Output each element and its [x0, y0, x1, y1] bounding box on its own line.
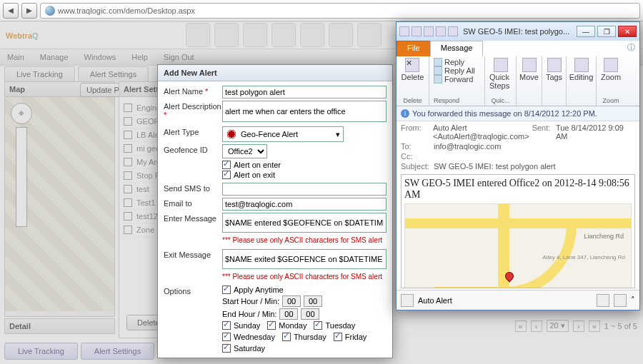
email-map: Liancheng Rd Alley 4, Lane 347, Lianchen…: [404, 203, 632, 288]
move-button[interactable]: Move: [519, 58, 539, 81]
tags-button[interactable]: Tags: [546, 58, 562, 81]
move-icon: [522, 58, 537, 72]
people-pane-btn[interactable]: [614, 294, 627, 307]
day-saturday-checkbox[interactable]: [222, 344, 231, 353]
alert-on-exit-checkbox[interactable]: [222, 171, 231, 179]
forward-icon: [434, 75, 442, 84]
delete-icon: ✕: [405, 58, 419, 72]
modal-title: Add New Alert: [158, 65, 392, 81]
tab-file[interactable]: File: [397, 41, 431, 56]
people-pane-btn[interactable]: [597, 294, 609, 307]
label-alert-desc: Alert Description: [164, 102, 221, 111]
url-text: www.traqlogic.com/demo/Desktop.aspx: [58, 6, 195, 15]
delete-button[interactable]: ✕Delete: [402, 58, 424, 81]
close-button[interactable]: ✕: [618, 26, 637, 37]
back-button[interactable]: ◄: [3, 3, 19, 19]
ascii-hint: *** Please use only ASCII characters for…: [222, 273, 387, 280]
label-enter-msg: Enter Message: [164, 213, 222, 223]
body-title: SW GEO-5 IMEI entered Office2 on 2012-8-…: [404, 178, 632, 201]
reply-icon: [434, 58, 442, 66]
label-geofence-id: Geofence ID: [164, 144, 222, 154]
day-friday-checkbox[interactable]: [334, 333, 342, 341]
geofence-id-select[interactable]: Office2: [222, 144, 267, 158]
day-sunday-checkbox[interactable]: [222, 321, 231, 330]
alert-type-select[interactable]: Geo-Fence Alert▾: [222, 126, 344, 142]
maximize-button[interactable]: ❐: [597, 26, 616, 37]
zoom-button[interactable]: Zoom: [601, 58, 621, 81]
help-icon[interactable]: ⓘ: [627, 42, 635, 53]
globe-icon: [45, 6, 55, 16]
ascii-hint: *** Please use only ASCII characters for…: [222, 236, 387, 244]
start-hour-select[interactable]: 00: [282, 295, 301, 307]
sms-input[interactable]: [222, 183, 387, 196]
day-wednesday-checkbox[interactable]: [222, 333, 231, 341]
next-icon[interactable]: [448, 26, 458, 36]
day-monday-checkbox[interactable]: [267, 321, 276, 330]
exit-message-input[interactable]: [222, 249, 387, 269]
label-sms: Send SMS to: [164, 183, 222, 193]
label-alert-name: Alert Name: [164, 87, 203, 96]
alert-name-input[interactable]: [222, 86, 387, 98]
minimize-button[interactable]: —: [577, 26, 595, 37]
alert-on-enter-checkbox[interactable]: [222, 161, 231, 169]
page-content: WebtraQ Main Manage Windows Help Sign Ou…: [0, 21, 643, 364]
chevron-down-icon: ▾: [336, 130, 340, 139]
message-body: SW GEO-5 IMEI entered Office2 on 2012-8-…: [401, 174, 635, 288]
day-thursday-checkbox[interactable]: [282, 333, 291, 341]
outlook-tabs: File Message ⓘ: [397, 41, 639, 56]
undo-icon[interactable]: [412, 26, 422, 36]
reply-all-button[interactable]: Reply All: [434, 66, 475, 75]
address-bar[interactable]: www.traqlogic.com/demo/Desktop.aspx: [40, 3, 640, 19]
day-tuesday-checkbox[interactable]: [314, 321, 322, 330]
zoom-icon: [604, 58, 618, 72]
people-pane: Auto Alert ˄: [397, 290, 639, 310]
forward-button[interactable]: ►: [21, 3, 37, 19]
label-email: Email to: [164, 198, 222, 208]
save-icon[interactable]: [399, 26, 409, 36]
alert-desc-input[interactable]: [222, 101, 387, 122]
info-bar: iYou forwarded this message on 8/14/2012…: [397, 106, 639, 121]
window-title: SW GEO-5 IMEI: test polygo...: [463, 27, 569, 36]
avatar-icon: [401, 294, 414, 307]
enter-message-input[interactable]: [222, 213, 387, 233]
forward-button[interactable]: Forward: [434, 75, 475, 84]
outlook-window: SW GEO-5 IMEI: test polygo... — ❐ ✕ File…: [396, 21, 640, 310]
geofence-icon: [226, 128, 237, 140]
tags-icon: [547, 58, 562, 72]
outlook-titlebar[interactable]: SW GEO-5 IMEI: test polygo... — ❐ ✕: [397, 22, 639, 41]
reply-button[interactable]: Reply: [434, 58, 475, 66]
ribbon: ✕Delete Delete Reply Reply All Forward R…: [397, 56, 639, 106]
end-hour-select[interactable]: 00: [279, 308, 298, 320]
quick-steps-icon: [494, 58, 508, 72]
redo-icon[interactable]: [424, 26, 434, 36]
reply-all-icon: [434, 66, 442, 75]
chevron-up-icon[interactable]: ˄: [631, 295, 635, 305]
message-headers: From:Auto Alert <AutoAlert@traqlogic.com…: [397, 121, 639, 173]
add-alert-modal: Add New Alert Alert Name * Alert Descrip…: [157, 64, 393, 358]
info-icon: i: [401, 109, 409, 118]
editing-button[interactable]: Editing: [569, 58, 594, 81]
quick-steps-button[interactable]: Quick Steps: [489, 58, 512, 90]
label-alert-type: Alert Type: [164, 126, 222, 136]
start-min-select[interactable]: 00: [304, 295, 322, 307]
apply-anytime-checkbox[interactable]: [222, 285, 231, 294]
browser-toolbar: ◄ ► www.traqlogic.com/demo/Desktop.aspx: [0, 0, 643, 21]
label-options: Options: [164, 285, 222, 295]
editing-icon: [574, 58, 589, 72]
email-input[interactable]: [222, 198, 387, 211]
label-exit-msg: Exit Message: [164, 249, 222, 259]
end-min-select[interactable]: 00: [301, 308, 319, 320]
sender-name: Auto Alert: [418, 296, 452, 305]
tab-message[interactable]: Message: [430, 41, 484, 56]
prev-icon[interactable]: [436, 26, 446, 36]
